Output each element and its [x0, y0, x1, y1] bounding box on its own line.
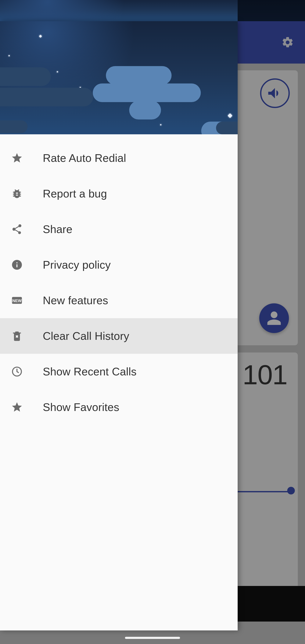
menu-item-label: Show Favorites: [43, 401, 119, 414]
cloud-shape: [106, 66, 172, 85]
info-icon: [11, 259, 23, 271]
menu-item-label: Share: [43, 223, 72, 236]
cloud-shape: [93, 84, 201, 102]
svg-text:NEW: NEW: [12, 298, 22, 303]
navigation-drawer: Rate Auto Redial Report a bug Share Priv…: [0, 21, 238, 630]
star-icon: [8, 55, 10, 56]
menu-item-label: New features: [43, 294, 108, 307]
star-icon: [11, 152, 23, 164]
clock-icon: [11, 366, 23, 378]
share-icon: [11, 223, 23, 235]
menu-item-label: Privacy policy: [43, 258, 111, 271]
star-icon: [11, 401, 23, 413]
new-badge-icon: NEW: [11, 294, 23, 306]
menu-item-share[interactable]: Share: [0, 212, 238, 247]
cloud-shape: [0, 88, 93, 106]
cloud-shape: [0, 67, 51, 86]
trash-icon: [11, 330, 23, 342]
menu-item-label: Rate Auto Redial: [43, 152, 126, 164]
menu-item-label: Report a bug: [43, 187, 107, 200]
cloud-shape: [0, 120, 28, 133]
cloud-shape: [216, 122, 238, 134]
star-icon: [160, 124, 162, 126]
menu-item-label: Show Recent Calls: [43, 365, 136, 378]
menu-item-privacy[interactable]: Privacy policy: [0, 247, 238, 282]
drawer-menu: Rate Auto Redial Report a bug Share Priv…: [0, 134, 238, 630]
star-icon: [57, 71, 58, 72]
cloud-shape: [129, 101, 161, 120]
drawer-header: [0, 21, 238, 134]
menu-item-label: Clear Call History: [43, 330, 129, 342]
menu-item-clear-history[interactable]: Clear Call History: [0, 318, 238, 354]
menu-item-report-bug[interactable]: Report a bug: [0, 176, 238, 212]
menu-item-new-features[interactable]: NEW New features: [0, 282, 238, 318]
menu-item-recent-calls[interactable]: Show Recent Calls: [0, 354, 238, 389]
system-nav-indicator[interactable]: [125, 637, 180, 639]
drawer-header-overflow: [0, 0, 238, 21]
bug-icon: [11, 188, 23, 200]
menu-item-show-favorites[interactable]: Show Favorites: [0, 389, 238, 425]
menu-item-rate[interactable]: Rate Auto Redial: [0, 140, 238, 176]
